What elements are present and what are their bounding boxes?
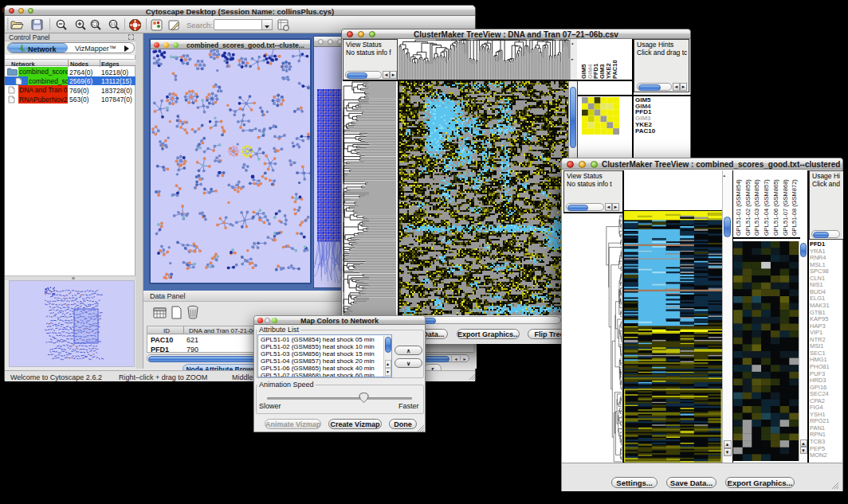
svg-text:1:1: 1:1: [111, 22, 116, 26]
